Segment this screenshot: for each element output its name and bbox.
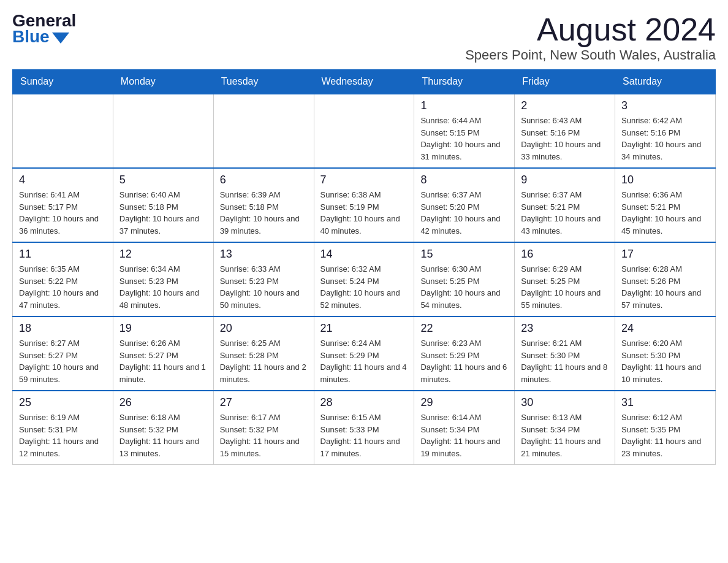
- day-info: Sunrise: 6:40 AMSunset: 5:18 PMDaylight:…: [119, 189, 207, 237]
- day-info: Sunrise: 6:13 AMSunset: 5:34 PMDaylight:…: [521, 412, 609, 459]
- day-info: Sunrise: 6:37 AMSunset: 5:21 PMDaylight:…: [521, 189, 609, 237]
- calendar-cell: 8Sunrise: 6:37 AMSunset: 5:20 PMDaylight…: [414, 168, 515, 242]
- day-info: Sunrise: 6:39 AMSunset: 5:18 PMDaylight:…: [220, 189, 308, 237]
- day-number: 24: [621, 322, 709, 335]
- calendar-week-row: 11Sunrise: 6:35 AMSunset: 5:22 PMDayligh…: [13, 242, 716, 316]
- calendar-cell: 28Sunrise: 6:15 AMSunset: 5:33 PMDayligh…: [314, 391, 414, 465]
- day-info: Sunrise: 6:33 AMSunset: 5:23 PMDaylight:…: [220, 263, 308, 311]
- calendar-cell: 1Sunrise: 6:44 AMSunset: 5:15 PMDaylight…: [414, 94, 515, 168]
- day-info: Sunrise: 6:38 AMSunset: 5:19 PMDaylight:…: [320, 189, 408, 237]
- calendar-cell: 27Sunrise: 6:17 AMSunset: 5:32 PMDayligh…: [213, 391, 314, 465]
- calendar-cell: 18Sunrise: 6:27 AMSunset: 5:27 PMDayligh…: [13, 316, 113, 391]
- calendar-header-friday: Friday: [515, 70, 615, 94]
- day-number: 8: [420, 174, 508, 186]
- calendar-week-row: 4Sunrise: 6:41 AMSunset: 5:17 PMDaylight…: [13, 168, 716, 242]
- day-info: Sunrise: 6:12 AMSunset: 5:35 PMDaylight:…: [621, 412, 709, 459]
- day-number: 13: [220, 248, 308, 261]
- calendar-cell: 26Sunrise: 6:18 AMSunset: 5:32 PMDayligh…: [113, 391, 213, 465]
- calendar-cell: 4Sunrise: 6:41 AMSunset: 5:17 PMDaylight…: [13, 168, 113, 242]
- day-number: 10: [621, 174, 709, 186]
- day-info: Sunrise: 6:26 AMSunset: 5:27 PMDaylight:…: [119, 337, 207, 385]
- day-number: 2: [521, 99, 609, 112]
- calendar-cell: 16Sunrise: 6:29 AMSunset: 5:25 PMDayligh…: [515, 242, 615, 316]
- day-number: 21: [320, 322, 408, 335]
- day-number: 17: [621, 248, 709, 261]
- calendar-cell: 11Sunrise: 6:35 AMSunset: 5:22 PMDayligh…: [13, 242, 113, 316]
- day-info: Sunrise: 6:30 AMSunset: 5:25 PMDaylight:…: [420, 263, 508, 311]
- day-number: 14: [320, 248, 408, 261]
- day-info: Sunrise: 6:27 AMSunset: 5:27 PMDaylight:…: [19, 337, 107, 385]
- day-number: 28: [320, 396, 408, 409]
- calendar-cell: 23Sunrise: 6:21 AMSunset: 5:30 PMDayligh…: [515, 316, 615, 391]
- calendar-cell: 5Sunrise: 6:40 AMSunset: 5:18 PMDaylight…: [113, 168, 213, 242]
- day-info: Sunrise: 6:44 AMSunset: 5:15 PMDaylight:…: [420, 115, 508, 163]
- calendar-cell: [314, 94, 414, 168]
- day-number: 25: [19, 396, 107, 409]
- day-info: Sunrise: 6:41 AMSunset: 5:17 PMDaylight:…: [19, 189, 107, 237]
- day-info: Sunrise: 6:15 AMSunset: 5:33 PMDaylight:…: [320, 412, 408, 459]
- day-info: Sunrise: 6:19 AMSunset: 5:31 PMDaylight:…: [19, 412, 107, 459]
- calendar-cell: 2Sunrise: 6:43 AMSunset: 5:16 PMDaylight…: [515, 94, 615, 168]
- calendar-header-monday: Monday: [113, 70, 213, 94]
- day-number: 23: [521, 322, 609, 335]
- location-title: Speers Point, New South Wales, Australia: [465, 47, 716, 63]
- day-info: Sunrise: 6:42 AMSunset: 5:16 PMDaylight:…: [621, 115, 709, 163]
- calendar-cell: 14Sunrise: 6:32 AMSunset: 5:24 PMDayligh…: [314, 242, 414, 316]
- day-info: Sunrise: 6:36 AMSunset: 5:21 PMDaylight:…: [621, 189, 709, 237]
- calendar-cell: 31Sunrise: 6:12 AMSunset: 5:35 PMDayligh…: [615, 391, 716, 465]
- calendar-header-wednesday: Wednesday: [314, 70, 414, 94]
- day-number: 19: [119, 322, 207, 335]
- day-number: 18: [19, 322, 107, 335]
- calendar-cell: 22Sunrise: 6:23 AMSunset: 5:29 PMDayligh…: [414, 316, 515, 391]
- day-number: 11: [19, 248, 107, 261]
- day-number: 29: [420, 396, 508, 409]
- day-number: 15: [420, 248, 508, 261]
- day-info: Sunrise: 6:18 AMSunset: 5:32 PMDaylight:…: [119, 412, 207, 459]
- day-number: 22: [420, 322, 508, 335]
- day-number: 4: [19, 174, 107, 186]
- calendar-header-row: SundayMondayTuesdayWednesdayThursdayFrid…: [13, 70, 716, 94]
- day-number: 26: [119, 396, 207, 409]
- month-title: August 2024: [465, 12, 716, 47]
- calendar-cell: 10Sunrise: 6:36 AMSunset: 5:21 PMDayligh…: [615, 168, 716, 242]
- logo-triangle-icon: [52, 33, 69, 44]
- calendar-week-row: 18Sunrise: 6:27 AMSunset: 5:27 PMDayligh…: [13, 316, 716, 391]
- calendar-header-thursday: Thursday: [414, 70, 515, 94]
- calendar-cell: 6Sunrise: 6:39 AMSunset: 5:18 PMDaylight…: [213, 168, 314, 242]
- day-info: Sunrise: 6:25 AMSunset: 5:28 PMDaylight:…: [220, 337, 308, 385]
- day-info: Sunrise: 6:34 AMSunset: 5:23 PMDaylight:…: [119, 263, 207, 311]
- day-number: 12: [119, 248, 207, 261]
- day-info: Sunrise: 6:24 AMSunset: 5:29 PMDaylight:…: [320, 337, 408, 385]
- calendar-cell: [113, 94, 213, 168]
- calendar-week-row: 25Sunrise: 6:19 AMSunset: 5:31 PMDayligh…: [13, 391, 716, 465]
- calendar-cell: 25Sunrise: 6:19 AMSunset: 5:31 PMDayligh…: [13, 391, 113, 465]
- day-number: 20: [220, 322, 308, 335]
- calendar-cell: 3Sunrise: 6:42 AMSunset: 5:16 PMDaylight…: [615, 94, 716, 168]
- day-info: Sunrise: 6:14 AMSunset: 5:34 PMDaylight:…: [420, 412, 508, 459]
- day-info: Sunrise: 6:32 AMSunset: 5:24 PMDaylight:…: [320, 263, 408, 311]
- calendar-cell: 7Sunrise: 6:38 AMSunset: 5:19 PMDaylight…: [314, 168, 414, 242]
- calendar-cell: [13, 94, 113, 168]
- calendar-week-row: 1Sunrise: 6:44 AMSunset: 5:15 PMDaylight…: [13, 94, 716, 168]
- day-number: 3: [621, 99, 709, 112]
- calendar-cell: 17Sunrise: 6:28 AMSunset: 5:26 PMDayligh…: [615, 242, 716, 316]
- logo-blue-text: Blue: [12, 28, 50, 45]
- day-info: Sunrise: 6:29 AMSunset: 5:25 PMDaylight:…: [521, 263, 609, 311]
- day-number: 9: [521, 174, 609, 186]
- calendar-cell: [213, 94, 314, 168]
- day-number: 6: [220, 174, 308, 186]
- calendar-cell: 29Sunrise: 6:14 AMSunset: 5:34 PMDayligh…: [414, 391, 515, 465]
- calendar-table: SundayMondayTuesdayWednesdayThursdayFrid…: [12, 69, 716, 465]
- calendar-cell: 30Sunrise: 6:13 AMSunset: 5:34 PMDayligh…: [515, 391, 615, 465]
- title-section: August 2024 Speers Point, New South Wale…: [465, 12, 716, 63]
- calendar-cell: 24Sunrise: 6:20 AMSunset: 5:30 PMDayligh…: [615, 316, 716, 391]
- page-header: General Blue August 2024 Speers Point, N…: [12, 12, 716, 63]
- day-info: Sunrise: 6:17 AMSunset: 5:32 PMDaylight:…: [220, 412, 308, 459]
- day-number: 16: [521, 248, 609, 261]
- day-info: Sunrise: 6:20 AMSunset: 5:30 PMDaylight:…: [621, 337, 709, 385]
- day-number: 31: [621, 396, 709, 409]
- day-number: 5: [119, 174, 207, 186]
- calendar-cell: 13Sunrise: 6:33 AMSunset: 5:23 PMDayligh…: [213, 242, 314, 316]
- calendar-cell: 20Sunrise: 6:25 AMSunset: 5:28 PMDayligh…: [213, 316, 314, 391]
- calendar-header-sunday: Sunday: [13, 70, 113, 94]
